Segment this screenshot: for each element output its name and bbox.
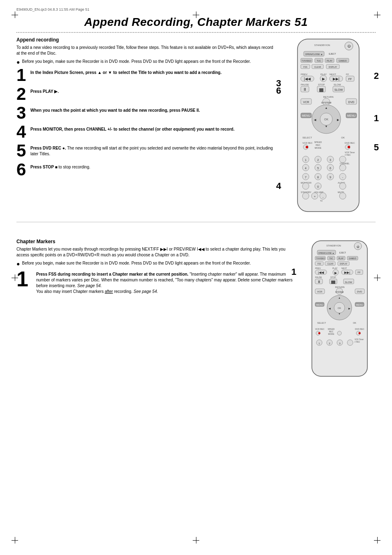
svg-text:DISPLAY: DISPLAY (340, 263, 348, 265)
svg-text:PREV: PREV (301, 73, 307, 76)
svg-text:TV/VIDEO: TV/VIDEO (302, 60, 311, 62)
svg-text:PREV: PREV (315, 267, 321, 269)
step-4-number: 4 (16, 123, 28, 140)
svg-text:RETURN: RETURN (323, 96, 334, 98)
svg-point-70 (348, 146, 350, 148)
chapter-bullet-text: Before you begin, make sure the Recorder… (22, 260, 251, 266)
svg-text:▲: ▲ (325, 106, 328, 109)
svg-text:|◀◀: |◀◀ (318, 271, 324, 274)
svg-text:FF: FF (346, 73, 349, 76)
remote-container-1: STANDBY/ON ⏻ OPEN/CLOSE ▲ EJECT TV/VIDEO… (285, 37, 371, 214)
append-recording-text: Append recording To add a new video reco… (16, 37, 277, 214)
step-1-number: 1 (16, 67, 28, 84)
chapter-markers-bullet: ● Before you begin, make sure the Record… (16, 260, 293, 267)
svg-text:CLEAR: CLEAR (327, 263, 334, 265)
step-1-text: In the Index Picture Screen, press ▲ or … (30, 68, 277, 76)
step-6: 6 Press STOP ■ to stop recording. (16, 163, 277, 178)
svg-rect-38 (319, 88, 323, 92)
remote-diagram-1: STANDBY/ON ⏻ OPEN/CLOSE ▲ EJECT TV/VIDEO… (285, 37, 376, 214)
step-6-text: Press STOP ■ to stop recording. (30, 163, 277, 170)
svg-text:6: 6 (330, 167, 331, 170)
svg-text:SPEED: SPEED (314, 141, 322, 143)
svg-text:◀: ◀ (329, 307, 331, 310)
svg-text:SELECT: SELECT (302, 136, 312, 139)
step-3-number: 3 (16, 104, 28, 122)
svg-text:VCR: VCR (303, 101, 309, 104)
svg-text:REC: REC (316, 144, 321, 146)
svg-text:OPEN/CLOSE ▲: OPEN/CLOSE ▲ (318, 252, 334, 254)
append-recording-intro: To add a new video recording to a previo… (16, 45, 277, 56)
svg-text:NEXT: NEXT (341, 267, 347, 269)
svg-text:1: 1 (305, 159, 307, 161)
step-4-text: Press MONITOR, then press CHANNEL +/- to… (30, 125, 277, 132)
append-recording-heading: Append recording (16, 37, 277, 43)
svg-text:VCR Timer: VCR Timer (355, 339, 364, 341)
step-4: 4 Press MONITOR, then press CHANNEL +/- … (16, 125, 277, 140)
svg-text:▼: ▼ (338, 313, 341, 315)
bullet-icon-2: ● (16, 261, 20, 267)
svg-text:DISPLAY: DISPLAY (329, 66, 337, 68)
svg-text:FF: FF (348, 78, 352, 81)
svg-text:SLOW: SLOW (334, 88, 343, 91)
file-info: E9490UD_EN.qx3 04.8.3 11:55 AM Page 51 (16, 7, 90, 12)
remote-svg-1: STANDBY/ON ⏻ OPEN/CLOSE ▲ EJECT TV/VIDEO… (285, 37, 371, 214)
svg-text:DVD REC: DVD REC (345, 142, 355, 144)
svg-point-99 (302, 183, 309, 189)
remote-label-4: 4 (276, 181, 281, 191)
remote-label-2-1: 1 (291, 267, 296, 277)
svg-text:⏸: ⏸ (303, 87, 307, 92)
svg-text:PLAY: PLAY (327, 60, 332, 62)
chapter-markers-heading: Chapter Markers (16, 239, 293, 244)
svg-text:+: + (314, 195, 316, 198)
svg-text:// REC: // REC (355, 341, 360, 343)
svg-point-79 (339, 156, 346, 163)
svg-text:GAME/D: GAME/D (349, 258, 357, 260)
svg-text:+: + (340, 164, 341, 167)
svg-text:7: 7 (305, 176, 307, 179)
svg-text:MENU: MENU (347, 114, 356, 117)
svg-text:⏻: ⏻ (357, 245, 360, 248)
svg-text:▶: ▶ (334, 271, 337, 275)
svg-text:STOP: STOP (318, 83, 325, 86)
remote-label-1: 1 (374, 113, 379, 124)
bullet-text: Before you begin, make sure the Recorder… (22, 59, 251, 64)
page-header: E9490UD_EN.qx3 04.8.3 11:55 AM Page 51 (0, 0, 392, 12)
svg-text:MODE: MODE (315, 147, 322, 149)
svg-text:▶▶|: ▶▶| (344, 271, 350, 274)
svg-text:TV: TV (320, 200, 323, 202)
remote-label-2: 2 (374, 71, 379, 81)
step-6-number: 6 (16, 161, 28, 178)
svg-text:OK: OK (353, 322, 356, 324)
svg-text:-: - (323, 195, 324, 199)
svg-text:CLEAR: CLEAR (314, 66, 321, 68)
svg-text:|◀◀: |◀◀ (304, 77, 311, 81)
step-5-text: Press DVD REC ●. The new recording will … (30, 144, 277, 157)
step-3-text: When you reach the point at which you wa… (30, 106, 277, 113)
step-2-number: 2 (16, 85, 28, 103)
svg-point-105 (302, 193, 309, 199)
bullet-icon: ● (16, 59, 20, 65)
chapter-markers-intro: Chapter Markers let you move easily thro… (16, 246, 293, 258)
svg-text:CHANNEL: CHANNEL (340, 162, 350, 165)
svg-text:PLAY: PLAY (332, 267, 338, 269)
svg-text:MODE: MODE (328, 333, 335, 335)
append-recording-section: Append recording To add a new video reco… (0, 33, 392, 214)
svg-point-113 (339, 193, 346, 199)
step-2-text: Press PLAY ▶. (30, 87, 277, 94)
svg-text:EJECT: EJECT (339, 251, 346, 254)
svg-text:SELECT: SELECT (317, 322, 326, 324)
chapter-step-1-number: 1 (16, 268, 34, 290)
svg-text:5: 5 (317, 167, 319, 170)
svg-text:SYSTEM: SYSTEM (321, 101, 332, 104)
step-3: 3 When you reach the point at which you … (16, 106, 277, 122)
svg-text:DVD REC: DVD REC (355, 328, 364, 330)
svg-text:PLAY: PLAY (339, 257, 344, 260)
remote-container-2: STANDBY/ON ⏻ OPEN/CLOSE ▲ EJECT TV/VIDEO… (302, 239, 378, 378)
svg-text:8: 8 (317, 176, 319, 179)
append-steps: 1 In the Index Picture Screen, press ▲ o… (16, 68, 277, 178)
svg-text:FF: FF (357, 271, 361, 274)
step-5: 5 Press DVD REC ●. The new recording wil… (16, 144, 277, 159)
svg-text:9: 9 (330, 176, 331, 179)
svg-point-64 (306, 146, 308, 148)
svg-point-180 (337, 331, 341, 335)
